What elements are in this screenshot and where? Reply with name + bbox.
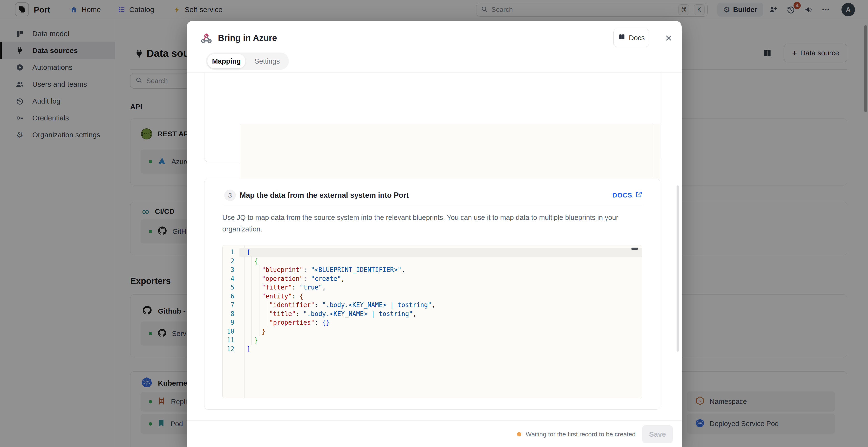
modal-close-button[interactable] [663,33,674,44]
line-number: 8 [222,310,240,317]
status-text: Waiting for the first record to be creat… [526,431,636,438]
step-docs-link[interactable]: DOCS [613,190,642,201]
code-line[interactable]: 7 "identifier": ".body.<KEY_NAME> | tost… [222,301,642,309]
indent-guide [267,301,267,327]
book-icon [618,33,626,43]
code-line[interactable]: 4 "operation": "create", [222,274,642,283]
code-lines: 1[2 {3 "blueprint": "<BLUEPRINT_IDENTIFI… [222,248,642,353]
code-line[interactable]: 10 } [222,327,642,336]
code-line[interactable]: 3 "blueprint": "<BLUEPRINT_IDENTIFIER>", [222,265,642,274]
code-text: "identifier": ".body.<KEY_NAME> | tostri… [240,301,642,309]
line-number: 6 [222,293,240,300]
code-text: "filter": "true", [240,283,642,292]
jq-mapping-code-editor[interactable]: 1[2 {3 "blueprint": "<BLUEPRINT_IDENTIFI… [222,245,642,398]
status-dot-orange [517,432,521,437]
overview-ruler-mark [631,248,638,250]
external-link-icon [635,191,642,200]
step-3-card: 3 Map the data from the external system … [204,179,660,410]
code-line[interactable]: 9 "properties": {} [222,318,642,327]
line-number: 1 [222,248,240,256]
indent-guide [259,265,259,336]
step-description: Use JQ to map data from the source syste… [222,212,637,235]
indent-guide [251,256,252,345]
step-title: Map the data from the external system in… [240,190,409,201]
line-number: 7 [222,301,240,309]
code-line[interactable]: 5 "filter": "true", [222,283,642,292]
code-line[interactable]: 6 "entity": { [222,292,642,301]
tab-mapping[interactable]: Mapping [207,54,245,68]
modal-title: Bring in Azure [218,32,277,44]
tab-settings[interactable]: Settings [248,54,286,68]
previous-step-card [204,72,660,162]
code-text: "properties": {} [240,318,642,327]
line-number: 9 [222,319,240,326]
docs-link-label: DOCS [613,192,632,199]
code-line[interactable]: 1[ [222,248,642,257]
modal-docs-button[interactable]: Docs [613,29,649,47]
code-text: } [240,327,642,336]
code-line[interactable]: 8 "title": ".body.<KEY_NAME> | tostring"… [222,309,642,318]
line-number: 12 [222,345,240,353]
code-text: } [240,336,642,345]
line-number: 11 [222,337,240,344]
webhook-icon [200,32,213,45]
step-number: 3 [224,190,236,201]
line-number: 2 [222,257,240,265]
code-line[interactable]: 2 { [222,257,642,266]
line-number: 4 [222,275,240,282]
close-icon [664,33,673,43]
line-number: 10 [222,328,240,335]
modal-footer: Waiting for the first record to be creat… [517,424,673,444]
line-number: 3 [222,266,240,273]
code-text: "blueprint": "<BLUEPRINT_IDENTIFIER>", [240,265,642,274]
code-text: ] [240,345,642,353]
code-text: [ [240,248,642,257]
line-number: 5 [222,284,240,291]
modal-docs-label: Docs [629,34,645,42]
modal-tabs: Mapping Settings [206,53,289,70]
code-text: "title": ".body.<KEY_NAME> | tostring", [240,309,642,318]
code-text: "entity": { [240,292,642,301]
save-button[interactable]: Save [642,425,673,443]
code-text: { [240,257,642,266]
bring-in-azure-modal: Bring in Azure Docs Mapping Settings 3 M… [187,21,682,447]
code-line[interactable]: 11 } [222,336,642,345]
code-line[interactable]: 12] [222,345,642,353]
code-text: "operation": "create", [240,274,642,283]
modal-scrollbar-thumb[interactable] [677,185,679,352]
